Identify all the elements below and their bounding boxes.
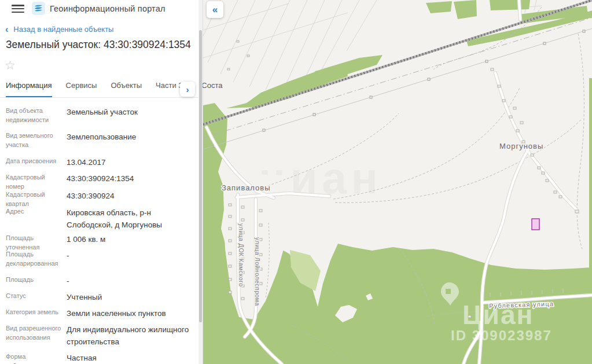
field-label: Статус — [6, 291, 64, 300]
field-label: Дата присвоения — [6, 156, 64, 166]
selected-parcel-highlight[interactable] — [532, 219, 539, 230]
app-title: Геоинформационный портал — [50, 4, 166, 13]
field-value: - — [67, 249, 193, 262]
field-row: Статус Учтенный — [6, 291, 197, 303]
svg-text:Циан: Циан — [462, 300, 534, 330]
panel-scrollbar — [198, 0, 203, 364]
field-row: Кадастровый квартал 43:30:390924 — [6, 190, 197, 208]
chevron-right-icon: › — [186, 84, 189, 94]
menu-icon[interactable] — [12, 5, 24, 13]
map[interactable]: циан — [203, 0, 592, 364]
panel-collapse-button[interactable]: « — [207, 1, 223, 18]
tab-objects[interactable]: Объекты — [111, 81, 142, 97]
street-label-loynolesproma: улица Лойнолеспрома — [254, 237, 261, 306]
field-row: Вид объекта недвижимости Земельный участ… — [6, 106, 197, 124]
field-label: Кадастровый квартал — [6, 190, 64, 208]
field-row: Площадь декларированная - — [6, 249, 197, 268]
tabs-scroll-right-button[interactable]: › — [180, 82, 195, 97]
field-row: Дата присвоения 13.04.2017 — [6, 156, 197, 168]
field-value: Частная — [67, 352, 193, 364]
field-value: Для индивидуального жилищного строительс… — [67, 323, 193, 348]
tab-composition[interactable]: Соста — [201, 81, 222, 97]
field-value: Земли населенных пунктов — [67, 307, 193, 319]
field-value: Землепользование — [67, 131, 193, 143]
field-row: Адрес Кировская область, р-н Слободской,… — [6, 207, 197, 231]
field-value: Земельный участок — [67, 106, 193, 118]
field-value: 43:30:390924 — [67, 190, 193, 202]
tabs-divider — [0, 97, 198, 98]
field-value: 1 006 кв. м — [67, 233, 193, 245]
field-row: Площадь - — [6, 275, 197, 287]
favorite-star-icon[interactable]: ☆ — [5, 58, 16, 72]
tab-bar: Информация Сервисы Объекты Части ЗУ Сост… — [0, 81, 203, 97]
object-info-panel: Геоинформационный портал ‹ Назад в найде… — [0, 0, 203, 364]
street-label-dok-kamskogo: улица ДОК Камского — [238, 223, 245, 287]
settlement-label-zapivalovy: Запиваловы — [222, 183, 271, 192]
settlement-label-morgunovy: Моргуновы — [499, 142, 543, 150]
field-label: Категория земель — [6, 307, 64, 317]
field-row: Вид разрешенного использования Для индив… — [6, 323, 197, 348]
chevron-left-icon: ‹ — [5, 25, 8, 33]
field-label: Адрес — [6, 207, 64, 216]
map-canvas[interactable]: циан — [203, 0, 592, 364]
panel-header: Геоинформационный портал — [0, 0, 203, 19]
back-link[interactable]: ‹ Назад в найденные объекты — [5, 25, 113, 34]
back-link-label: Назад в найденные объекты — [13, 25, 113, 34]
field-label: Вид земельного участка — [6, 131, 64, 149]
double-chevron-left-icon: « — [212, 4, 218, 16]
field-label: Вид объекта недвижимости — [6, 106, 64, 124]
portal-logo-icon[interactable] — [32, 2, 45, 15]
field-row: Кадастровый номер 43:30:390924:1354 — [6, 172, 197, 191]
field-label: Кадастровый номер — [6, 172, 64, 191]
field-row: Вид земельного участка Землепользование — [6, 131, 197, 149]
field-value: - — [67, 275, 193, 287]
field-row: Категория земель Земли населенных пункто… — [6, 307, 197, 319]
field-label: Форма собственности — [6, 352, 64, 364]
field-label: Площадь декларированная — [6, 249, 64, 268]
tab-services[interactable]: Сервисы — [66, 81, 97, 97]
tab-information[interactable]: Информация — [6, 81, 52, 97]
watermark-id: ID 309023987 — [451, 328, 552, 343]
field-value: Учтенный — [67, 291, 193, 303]
field-label: Площадь — [6, 275, 64, 284]
field-value: 43:30:390924:1354 — [67, 172, 193, 185]
field-value: Кировская область, р-н Слободской, д Мор… — [67, 207, 193, 231]
field-value: 13.04.2017 — [67, 156, 193, 168]
panel-scrollbar-thumb[interactable] — [199, 30, 202, 322]
field-row: Форма собственности Частная — [6, 352, 197, 364]
field-label: Вид разрешенного использования — [6, 323, 64, 342]
page-title: Земельный участок: 43:30:390924:1354 — [6, 39, 191, 51]
